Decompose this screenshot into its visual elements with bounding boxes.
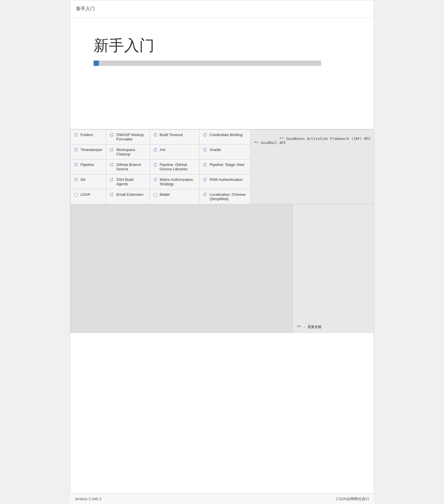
plugin-cell-git[interactable]: Git <box>70 174 106 189</box>
refresh-icon <box>74 148 78 152</box>
status-bar: Jenkins 2.346.3 CSDN@啊啊你真行 <box>70 493 374 504</box>
plugin-cell-pipeline[interactable]: Pipeline <box>70 160 106 174</box>
plugin-name: Ant <box>160 148 166 152</box>
refresh-icon <box>153 148 157 152</box>
progress-filled <box>94 61 99 66</box>
plugin-name: Email Extension <box>116 192 143 197</box>
plugin-cell-gradle[interactable]: Gradle <box>199 145 250 160</box>
plugin-name: Folders <box>80 133 93 137</box>
notes-line2: ** JavaMail API <box>254 141 286 145</box>
plugin-cell-ant[interactable]: Ant <box>149 145 199 160</box>
hero-section: 新手入门 <box>70 18 374 129</box>
plugin-cell-timestamper[interactable]: Timestamper <box>70 145 106 160</box>
plugin-name: LDAP <box>80 192 90 197</box>
refresh-icon <box>110 163 114 167</box>
refresh-icon <box>74 178 78 182</box>
bottom-right-notes: ** - 需要依赖 <box>292 204 374 333</box>
progress-bar <box>94 61 350 66</box>
refresh-icon <box>203 163 207 167</box>
plugin-name: Matrix Authorization Strategy <box>160 177 196 186</box>
refresh-icon <box>110 178 114 182</box>
progress-empty <box>99 61 321 66</box>
plugin-cell-github-branch[interactable]: GitHub Branch Source <box>106 160 149 174</box>
refresh-icon <box>110 193 114 197</box>
plugin-name: Pipeline: GitHub Groovy Libraries <box>160 162 196 171</box>
refresh-icon <box>153 133 157 137</box>
plugin-name: OWASP Markup Formatter <box>116 133 146 141</box>
main-window: 新手入门 新手入门 Folders <box>70 0 374 504</box>
refresh-icon <box>153 178 157 182</box>
plugin-cell-pipeline-groovy[interactable]: Pipeline: GitHub Groovy Libraries <box>149 160 199 174</box>
plugin-cell-pam-auth[interactable]: PAM Authentication <box>199 174 250 189</box>
notes-line1: ** JavaBeans Activation Framework (JAF) … <box>279 137 370 141</box>
refresh-icon <box>110 148 114 152</box>
plugin-name: SSH Build Agents <box>116 177 146 186</box>
plugin-name: Credentials Binding <box>209 133 242 137</box>
plugin-cell-localization[interactable]: Localization: Chinese (Simplified) <box>199 189 250 204</box>
plugin-cell-pipeline-stage-view[interactable]: Pipeline: Stage View <box>199 160 250 174</box>
plugin-name: Gradle <box>209 148 221 152</box>
refresh-icon <box>110 133 114 137</box>
refresh-icon <box>153 163 157 167</box>
bottom-area: ** - 需要依赖 <box>70 204 374 333</box>
plugin-name: Pipeline: Stage View <box>209 162 244 167</box>
notes-footer: ** - 需要依赖 <box>297 325 321 329</box>
plugin-name: Mailer <box>160 192 170 197</box>
title-bar-text: 新手入门 <box>76 6 95 12</box>
refresh-icon <box>74 133 78 137</box>
plugin-name: Workspace Cleanup <box>116 148 146 156</box>
plugin-cell-ldap[interactable]: LDAP <box>70 189 106 204</box>
plugin-cell-build-timeout[interactable]: Build Timeout <box>149 130 199 145</box>
plugin-name: Git <box>80 177 85 182</box>
plugin-cell-workspace-cleanup[interactable]: Workspace Cleanup <box>106 145 149 160</box>
plugin-name: Pipeline <box>80 162 94 167</box>
plugin-name: Timestamper <box>80 148 102 152</box>
plugin-cell-email-ext[interactable]: Email Extension <box>106 189 149 204</box>
plugin-name: PAM Authentication <box>209 177 242 182</box>
refresh-icon <box>203 178 207 182</box>
circle-icon <box>153 193 157 197</box>
table-row: Folders OWASP Markup Formatter <box>70 130 374 145</box>
plugin-cell-ssh-build-agents[interactable]: SSH Build Agents <box>106 174 149 189</box>
plugin-cell-owasp[interactable]: OWASP Markup Formatter <box>106 130 149 145</box>
watermark-text: CSDN@啊啊你真行 <box>336 496 369 502</box>
bottom-left-empty <box>70 204 292 333</box>
plugin-cell-matrix-auth[interactable]: Matrix Authorization Strategy <box>149 174 199 189</box>
title-bar: 新手入门 <box>70 0 374 18</box>
version-text: Jenkins 2.346.3 <box>75 497 101 501</box>
notes-footer-text: ** - 需要依赖 <box>297 325 370 330</box>
hero-title: 新手入门 <box>94 35 350 56</box>
notes-panel: ** JavaBeans Activation Framework (JAF) … <box>250 130 374 204</box>
refresh-icon <box>74 163 78 167</box>
refresh-icon <box>203 133 207 137</box>
plugin-name: Localization: Chinese (Simplified) <box>209 192 247 201</box>
plugin-name: GitHub Branch Source <box>116 162 146 171</box>
plugins-table: Folders OWASP Markup Formatter <box>70 129 374 204</box>
refresh-icon <box>203 148 207 152</box>
plugin-cell-credentials[interactable]: Credentials Binding <box>199 130 250 145</box>
circle-icon <box>74 193 78 197</box>
plugin-cell-mailer[interactable]: Mailer <box>149 189 199 204</box>
refresh-icon <box>203 193 207 197</box>
plugin-cell-folders[interactable]: Folders <box>70 130 106 145</box>
plugin-name: Build Timeout <box>160 133 183 137</box>
plugins-grid-section: Folders OWASP Markup Formatter <box>70 129 374 333</box>
